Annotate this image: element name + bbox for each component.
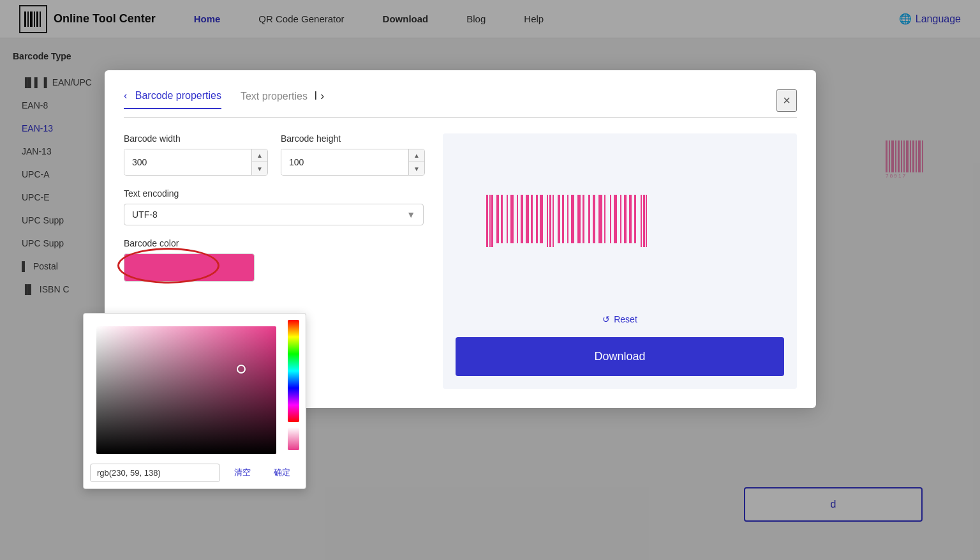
modal-header: ‹ Barcode properties Text properties I ›… xyxy=(124,89,797,118)
barcode-height-spinners: ▲ ▼ xyxy=(408,149,424,175)
svg-rect-20 xyxy=(486,195,488,247)
barcode-width-group: Barcode width ▲ ▼ xyxy=(124,133,268,176)
svg-rect-42 xyxy=(588,195,590,243)
select-arrow-icon: ▼ xyxy=(406,209,415,220)
barcode-preview-area: 2 1 1 2 3 4 5 6 7 8 9 1 7 xyxy=(456,146,784,306)
svg-rect-30 xyxy=(531,195,533,243)
svg-rect-27 xyxy=(517,195,518,243)
barcode-height-down[interactable]: ▼ xyxy=(409,162,424,175)
reset-button[interactable]: ↺ Reset xyxy=(602,314,637,324)
svg-rect-39 xyxy=(571,195,574,243)
svg-rect-33 xyxy=(547,195,548,247)
cursor-icon: I › xyxy=(314,89,324,102)
text-encoding-select[interactable]: UTF-8 ▼ xyxy=(124,204,424,225)
svg-rect-32 xyxy=(540,195,543,243)
barcode-width-up[interactable]: ▲ xyxy=(252,149,267,162)
svg-rect-34 xyxy=(549,195,551,247)
svg-rect-36 xyxy=(558,195,560,243)
barcode-color-label-text: Barcode color xyxy=(124,238,179,248)
svg-rect-49 xyxy=(624,195,627,243)
modal-close-button[interactable]: × xyxy=(776,89,797,112)
svg-rect-51 xyxy=(634,195,636,243)
color-picker-popup: rgb(230, 59, 138) 清空 确定 xyxy=(83,313,306,489)
alpha-slider[interactable] xyxy=(288,427,299,450)
barcode-width-input-wrap: ▲ ▼ xyxy=(124,149,268,176)
svg-rect-29 xyxy=(526,195,529,243)
svg-rect-28 xyxy=(521,195,523,243)
barcode-height-label: Barcode height xyxy=(281,133,425,144)
svg-rect-38 xyxy=(567,195,568,243)
svg-rect-37 xyxy=(562,195,564,243)
color-sliders xyxy=(288,320,299,459)
text-encoding-group: Text encoding UTF-8 ▼ xyxy=(124,188,424,225)
svg-rect-35 xyxy=(553,195,554,247)
form-row-dimensions: Barcode width ▲ ▼ Barcode height xyxy=(124,133,424,176)
color-picker-handle[interactable] xyxy=(237,365,246,374)
barcode-height-input[interactable] xyxy=(281,149,408,175)
reset-label: Reset xyxy=(614,314,637,324)
preview-section: 2 1 1 2 3 4 5 6 7 8 9 1 7 xyxy=(443,133,797,389)
svg-rect-25 xyxy=(507,195,508,243)
svg-rect-48 xyxy=(620,195,621,243)
svg-rect-31 xyxy=(536,195,538,243)
color-confirm-button[interactable]: 确定 xyxy=(265,463,299,482)
barcode-height-up[interactable]: ▲ xyxy=(409,149,424,162)
download-button[interactable]: Download xyxy=(456,337,784,376)
color-hex-input[interactable]: rgb(230, 59, 138) xyxy=(90,464,220,482)
svg-rect-52 xyxy=(641,195,642,247)
left-arrow-icon: ‹ xyxy=(124,90,127,101)
svg-rect-50 xyxy=(629,195,632,243)
color-picker-bottom: rgb(230, 59, 138) 清空 确定 xyxy=(84,459,306,482)
barcode-color-swatch[interactable] xyxy=(124,254,255,282)
barcode-svg-wrapper: 2 1 1 2 3 4 5 6 7 8 9 1 7 xyxy=(480,195,761,259)
hue-slider[interactable] xyxy=(288,320,299,422)
svg-rect-43 xyxy=(593,195,595,243)
color-clear-button[interactable]: 清空 xyxy=(225,463,260,482)
svg-rect-22 xyxy=(491,195,493,247)
barcode-width-down[interactable]: ▼ xyxy=(252,162,267,175)
barcode-width-label: Barcode width xyxy=(124,133,268,144)
svg-rect-24 xyxy=(501,195,503,243)
svg-rect-23 xyxy=(496,195,499,243)
barcode-height-group: Barcode height ▲ ▼ xyxy=(281,133,425,176)
tab-barcode-properties[interactable]: ‹ Barcode properties xyxy=(124,90,221,109)
barcode-color-label: Barcode color xyxy=(124,238,424,248)
reset-icon: ↺ xyxy=(602,314,610,324)
svg-rect-26 xyxy=(510,195,514,243)
svg-rect-54 xyxy=(646,195,647,247)
svg-rect-53 xyxy=(643,195,645,247)
barcode-width-spinners: ▲ ▼ xyxy=(251,149,267,175)
text-encoding-label: Text encoding xyxy=(124,188,424,199)
color-gradient-picker[interactable] xyxy=(96,326,276,454)
svg-rect-21 xyxy=(489,195,491,247)
svg-rect-40 xyxy=(577,195,581,243)
barcode-width-input[interactable] xyxy=(124,149,251,175)
barcode-svg: 2 1 1 2 3 4 5 6 7 8 9 1 7 xyxy=(480,195,761,259)
svg-rect-44 xyxy=(598,195,602,243)
color-picker-main xyxy=(84,314,306,459)
svg-rect-46 xyxy=(610,195,611,243)
svg-rect-41 xyxy=(583,195,584,243)
barcode-height-input-wrap: ▲ ▼ xyxy=(281,149,425,176)
svg-rect-47 xyxy=(614,195,617,243)
svg-rect-45 xyxy=(604,195,605,243)
barcode-color-section: Barcode color xyxy=(124,238,424,282)
text-encoding-value: UTF-8 xyxy=(132,209,158,220)
tab-text-properties[interactable]: Text properties I › xyxy=(241,89,324,109)
